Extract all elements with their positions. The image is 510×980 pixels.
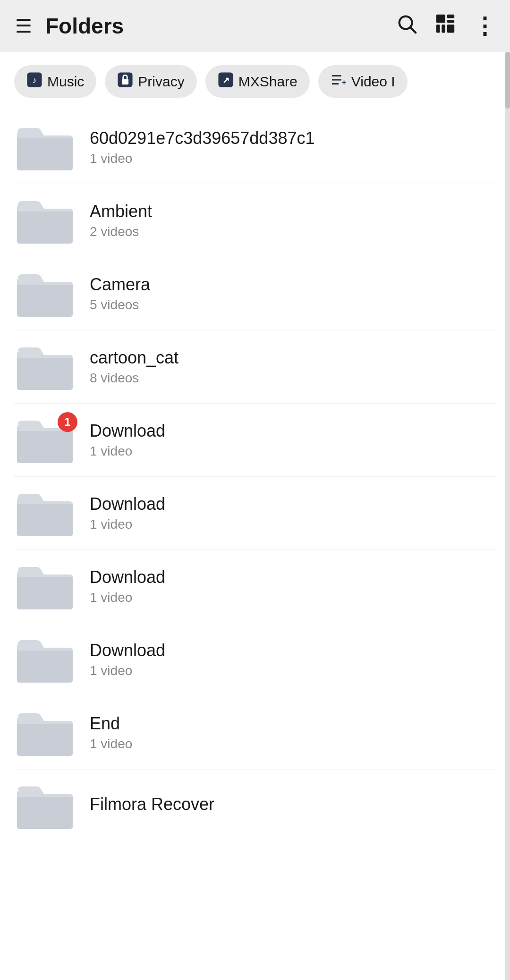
folder-name: Filmora Recover [90,794,496,814]
svg-rect-11 [122,79,128,84]
svg-text:♪: ♪ [32,75,36,85]
svg-rect-5 [436,25,440,33]
list-item[interactable]: Download 1 video [14,623,496,696]
svg-line-1 [411,28,416,33]
svg-text:↗: ↗ [222,75,229,85]
folder-name: Download [90,494,496,514]
folder-info: cartoon_cat 8 videos [90,348,496,386]
folder-info: 60d0291e7c3d39657dd387c1 1 video [90,128,496,166]
folder-count: 1 video [90,736,496,752]
music-chip-icon: ♪ [26,72,42,91]
video-import-chip-icon: + [331,72,347,91]
svg-rect-6 [442,25,445,33]
mxshare-chip-label: MXShare [238,74,298,90]
folder-count: 8 videos [90,371,496,386]
folder-count: 1 video [90,590,496,605]
folder-icon [14,634,76,685]
chip-mxshare[interactable]: ↗ MXShare [205,65,310,98]
folder-count: 1 video [90,444,496,459]
folder-name: Download [90,567,496,587]
folder-count: 5 videos [90,297,496,313]
grid-view-icon[interactable] [434,13,456,39]
menu-icon[interactable]: ☰ [15,17,32,35]
folder-info: Camera 5 videos [90,275,496,313]
mxshare-chip-icon: ↗ [218,72,234,91]
list-item[interactable]: Download 1 video [14,477,496,550]
folder-list: 60d0291e7c3d39657dd387c1 1 video Ambient… [0,111,510,832]
folder-count: 1 video [90,663,496,678]
page-title: Folders [45,13,396,39]
list-item[interactable]: cartoon_cat 8 videos [14,330,496,404]
scrollbar-track[interactable] [505,52,510,980]
folder-icon [14,487,76,539]
svg-rect-7 [447,25,454,33]
folder-icon [14,780,76,832]
folder-name: Camera [90,275,496,295]
chip-privacy[interactable]: Privacy [105,65,196,98]
list-item[interactable]: 1 Download 1 video [14,404,496,477]
list-item[interactable]: Camera 5 videos [14,257,496,330]
list-item[interactable]: Filmora Recover [14,769,496,832]
folder-icon [14,707,76,759]
svg-text:+: + [342,78,346,86]
list-item[interactable]: Download 1 video [14,550,496,623]
folder-count: 1 video [90,151,496,166]
folder-info: Download 1 video [90,494,496,532]
video-import-chip-label: Video I [351,74,395,90]
folder-info: Filmora Recover [90,794,496,817]
search-icon[interactable] [396,13,417,39]
folder-icon: 1 [14,414,76,466]
notification-badge: 1 [58,412,77,432]
folder-name: End [90,714,496,734]
folder-icon [14,121,76,173]
svg-rect-4 [447,20,454,23]
folder-info: Download 1 video [90,641,496,678]
folder-icon [14,341,76,393]
folder-icon [14,268,76,320]
category-chips-row: ♪ Music Privacy ↗ MXShare [0,52,510,111]
more-options-icon[interactable]: ⋮ [473,13,495,39]
list-item[interactable]: Ambient 2 videos [14,184,496,257]
folder-name: Download [90,641,496,660]
svg-rect-2 [436,15,445,23]
svg-rect-3 [447,15,454,18]
folder-count: 2 videos [90,224,496,239]
chip-music[interactable]: ♪ Music [14,65,96,98]
folder-info: Download 1 video [90,567,496,605]
app-header: ☰ Folders ⋮ [0,0,510,52]
scrollbar-thumb[interactable] [505,52,510,109]
list-item[interactable]: 60d0291e7c3d39657dd387c1 1 video [14,111,496,184]
folder-name: 60d0291e7c3d39657dd387c1 [90,128,496,148]
folder-name: Ambient [90,202,496,221]
header-actions: ⋮ [396,13,495,39]
folder-icon [14,194,76,246]
folder-name: cartoon_cat [90,348,496,368]
music-chip-label: Music [47,74,84,90]
folder-info: Download 1 video [90,421,496,459]
folder-info: End 1 video [90,714,496,752]
list-item[interactable]: End 1 video [14,696,496,769]
privacy-chip-icon [117,72,133,91]
folder-icon [14,560,76,612]
folder-count: 1 video [90,517,496,532]
folder-name: Download [90,421,496,441]
chip-video-import[interactable]: + Video I [318,65,408,98]
folder-info: Ambient 2 videos [90,202,496,239]
privacy-chip-label: Privacy [138,74,184,90]
